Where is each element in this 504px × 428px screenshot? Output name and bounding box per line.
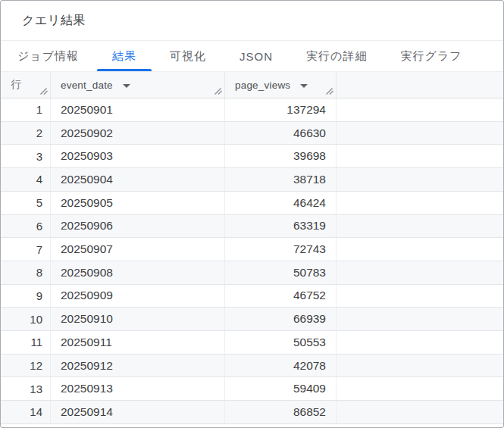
event-date-cell: 20250908 xyxy=(51,261,225,284)
row-number-cell: 2 xyxy=(1,122,51,145)
table-row: 4 20250904 38718 xyxy=(1,168,503,192)
row-number-cell: 6 xyxy=(1,215,51,238)
row-number-cell: 13 xyxy=(1,377,51,400)
table-row: 13 20250913 59409 xyxy=(1,377,503,401)
event-date-cell: 20250912 xyxy=(51,355,225,377)
page-views-cell: 66939 xyxy=(225,308,337,330)
filler-cell xyxy=(337,98,503,121)
row-number-cell: 7 xyxy=(1,238,51,261)
tab-json[interactable]: JSON xyxy=(223,41,290,71)
row-number-cell: 3 xyxy=(1,145,51,167)
results-grid-header: 行 event_date xyxy=(1,72,503,98)
page-views-cell: 72743 xyxy=(225,238,337,261)
page-views-cell: 50553 xyxy=(225,331,337,354)
panel-header: クエリ結果 xyxy=(1,1,503,41)
row-number-cell: 5 xyxy=(1,192,51,214)
table-row: 6 20250906 63319 xyxy=(1,215,503,239)
row-number-cell: 12 xyxy=(1,355,51,377)
page-views-cell: 46630 xyxy=(225,122,337,145)
event-date-cell: 20250906 xyxy=(51,215,225,238)
table-row: 9 20250909 46752 xyxy=(1,285,503,308)
table-row: 5 20250905 46424 xyxy=(1,192,503,215)
filler-cell xyxy=(337,145,503,167)
event-date-cell: 20250901 xyxy=(51,98,225,121)
dropdown-arrow-icon[interactable] xyxy=(123,84,130,88)
event-date-cell: 20250910 xyxy=(51,308,225,330)
column-header-event-date[interactable]: event_date xyxy=(51,72,225,98)
table-row: 8 20250908 50783 xyxy=(1,261,503,285)
results-grid-body: 1 20250901 137294 2 20250902 46630 3 202… xyxy=(1,98,503,427)
page-views-cell: 50783 xyxy=(225,261,337,284)
page-views-cell: 46424 xyxy=(225,192,337,214)
filler-cell xyxy=(337,168,503,191)
column-header-row-number[interactable]: 行 xyxy=(1,72,51,98)
filler-cell xyxy=(337,215,503,238)
filler-cell xyxy=(337,192,503,214)
row-number-cell: 10 xyxy=(1,308,51,330)
column-resize-handle-icon[interactable] xyxy=(39,86,49,95)
table-row: 10 20250910 66939 xyxy=(1,308,503,331)
table-row: 14 20250914 86852 xyxy=(1,401,503,424)
event-date-cell: 20250904 xyxy=(51,168,225,191)
event-date-cell: 20250914 xyxy=(51,401,225,423)
event-date-cell: 20250909 xyxy=(51,285,225,308)
table-row: 7 20250907 72743 xyxy=(1,238,503,261)
event-date-cell: 20250913 xyxy=(51,377,225,400)
table-row: 11 20250911 50553 xyxy=(1,331,503,355)
page-views-cell: 46752 xyxy=(225,285,337,308)
row-number-cell: 14 xyxy=(1,401,51,423)
filler-cell xyxy=(337,285,503,308)
page-views-cell: 39698 xyxy=(225,145,337,167)
page-views-cell: 42078 xyxy=(225,355,337,377)
tab-results[interactable]: 結果 xyxy=(95,41,153,71)
row-number-cell: 9 xyxy=(1,285,51,308)
row-number-cell: 4 xyxy=(1,168,51,191)
page-views-cell: 137294 xyxy=(225,98,337,121)
table-row: 2 20250902 46630 xyxy=(1,122,503,145)
event-date-cell: 20250903 xyxy=(51,145,225,167)
column-resize-handle-icon[interactable] xyxy=(325,86,334,95)
event-date-cell: 20250911 xyxy=(51,331,225,354)
filler-cell xyxy=(337,308,503,330)
tab-execution-graph[interactable]: 実行グラフ xyxy=(383,41,478,71)
tab-execution-details[interactable]: 実行の詳細 xyxy=(290,41,383,71)
page-views-cell: 63319 xyxy=(225,215,337,238)
event-date-cell: 20250902 xyxy=(51,122,225,145)
column-header-filler xyxy=(337,72,503,98)
filler-cell xyxy=(337,238,503,261)
tab-visualization[interactable]: 可視化 xyxy=(153,41,223,71)
results-grid: 行 event_date xyxy=(1,72,503,427)
query-results-panel: クエリ結果 ジョブ情報 結果 可視化 JSON 実行の詳細 実行グラフ 行 ev… xyxy=(0,0,504,428)
filler-cell xyxy=(337,261,503,284)
page-title: クエリ結果 xyxy=(22,13,86,29)
page-views-cell: 38718 xyxy=(225,168,337,191)
column-header-page-views[interactable]: page_views xyxy=(225,72,337,98)
filler-cell xyxy=(337,401,503,423)
filler-cell xyxy=(337,122,503,145)
filler-cell xyxy=(337,331,503,354)
page-views-cell: 86852 xyxy=(225,401,337,423)
tab-job-info[interactable]: ジョブ情報 xyxy=(1,41,95,71)
event-date-cell: 20250907 xyxy=(51,238,225,261)
row-number-cell: 1 xyxy=(1,98,51,121)
row-number-cell: 11 xyxy=(1,331,51,354)
event-date-cell: 20250905 xyxy=(51,192,225,214)
table-row: 3 20250903 39698 xyxy=(1,145,503,168)
results-tab-bar: ジョブ情報 結果 可視化 JSON 実行の詳細 実行グラフ xyxy=(1,41,503,72)
table-row: 1 20250901 137294 xyxy=(1,98,503,122)
table-row: 12 20250912 42078 xyxy=(1,355,503,378)
filler-cell xyxy=(337,355,503,377)
page-views-cell: 59409 xyxy=(225,377,337,400)
filler-cell xyxy=(337,377,503,400)
dropdown-arrow-icon[interactable] xyxy=(300,84,308,88)
column-resize-handle-icon[interactable] xyxy=(214,86,223,95)
row-number-cell: 8 xyxy=(1,261,51,284)
